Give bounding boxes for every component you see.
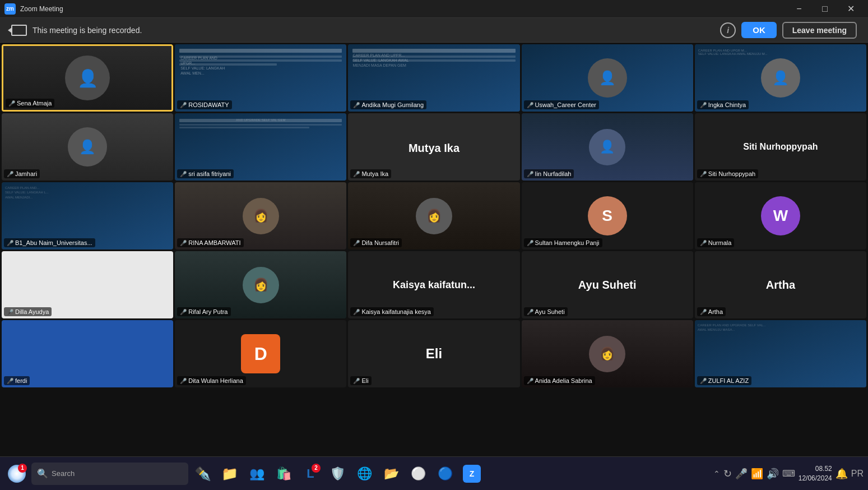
participant-cell-ingka[interactable]: 👤 CAREER PLAN AND UPGR M...SELF VALUE: L…: [695, 44, 866, 112]
participant-label-dilla: 🎤 Dilla Ayudya: [4, 307, 52, 316]
participant-cell-nurmala[interactable]: W 🎤 Nurmala: [695, 182, 866, 249]
start-button[interactable]: 1: [4, 461, 29, 486]
participant-cell-dita[interactable]: D 🎤 Dita Wulan Herliana: [175, 320, 346, 387]
participant-cell-mutya[interactable]: Mutya Ika 🎤 Mutya Ika: [348, 113, 519, 181]
mic-icon: 🎤: [353, 102, 360, 108]
participant-cell-sri[interactable]: AND UPGRADE SELF VAL GEM 🎤 sri asifa fit…: [175, 113, 346, 181]
participant-cell-jamhari[interactable]: 👤 🎤 Jamhari: [2, 113, 173, 181]
participant-cell-sena[interactable]: 👤 🎤 Sena Atmaja: [2, 44, 173, 112]
participant-label-rosidawaty: 🎤 ROSIDAWATY: [177, 100, 231, 109]
participant-cell-rifal[interactable]: 👩 🎤 Rifal Ary Putra: [175, 251, 346, 318]
participant-cell-difa[interactable]: 👩 🎤 Difa Nursafitri: [348, 182, 519, 249]
participant-label-uswah: 🎤 Uswah_Career Center: [524, 100, 599, 109]
search-bar[interactable]: 🔍 Search: [31, 463, 188, 485]
participant-cell-artha[interactable]: Artha 🎤 Artha: [695, 251, 866, 318]
participant-label-siti: 🎤 Siti Nurhoppypah: [697, 169, 758, 178]
mic-icon: 🎤: [527, 309, 533, 315]
system-tray: ⌃ ↻ 🎤 📶 🔊 ⌨ 08.52 12/06/2024 🔔 PR: [713, 464, 864, 483]
participant-cell-anida[interactable]: 👩 🎤 Anida Adelia Sabrina: [522, 320, 693, 387]
participant-cell-dilla[interactable]: 🎤 Dilla Ayudya: [2, 251, 173, 318]
title-controls: − □ ✕: [786, 0, 864, 18]
participant-cell-eli[interactable]: Eli 🎤 Eli: [348, 320, 519, 387]
participant-label-kaisya: 🎤 Kaisya kaifatunajia kesya: [350, 307, 434, 316]
system-clock[interactable]: 08.52 12/06/2024: [799, 464, 832, 483]
taskbar-app-folder[interactable]: 📂: [379, 461, 403, 486]
language-icon: PR: [851, 469, 864, 479]
zoom-logo-icon: zm: [4, 3, 16, 15]
mic-system-icon: 🎤: [735, 468, 748, 480]
participant-cell-ayu[interactable]: Ayu Suheti 🎤 Ayu Suheti: [522, 251, 693, 318]
notification-bell-icon[interactable]: 🔔: [835, 468, 848, 480]
mic-icon: 🎤: [180, 171, 187, 177]
mic-icon: 🎤: [353, 378, 360, 384]
zoom-taskbar-icon: Z: [463, 465, 481, 483]
participant-cell-sultan[interactable]: S 🎤 Sultan Hamengku Panji: [522, 182, 693, 249]
info-button[interactable]: i: [720, 22, 736, 38]
minimize-button[interactable]: −: [786, 0, 812, 18]
participant-cell-uswah[interactable]: 👤 🎤 Uswah_Career Center: [522, 44, 693, 112]
search-icon: 🔍: [37, 468, 48, 479]
recording-bar: This meeting is being recorded. i OK Lea…: [0, 18, 868, 43]
close-button[interactable]: ✕: [838, 0, 864, 18]
title-bar: zm Zoom Meeting − □ ✕: [0, 0, 868, 18]
participant-label-ingka: 🎤 Ingka Chintya: [697, 100, 749, 109]
participant-cell-siti[interactable]: Siti Nurhoppypah 🎤 Siti Nurhoppypah: [695, 113, 866, 181]
participant-label-sri: 🎤 sri asifa fitriyani: [177, 169, 234, 178]
search-input[interactable]: Search: [52, 469, 75, 478]
participant-cell-andika[interactable]: CAREER PLAN AND UPPR...SELF VALUE: LANGK…: [348, 44, 519, 112]
participant-cell-kaisya[interactable]: Kaisya kaifatun... 🎤 Kaisya kaifatunajia…: [348, 251, 519, 318]
taskbar-app-explorer[interactable]: 📁: [217, 461, 242, 486]
mic-icon: 🎤: [527, 378, 533, 384]
participant-cell-b1abu[interactable]: CAREER PLAN AND...SELF VALUE: LANGKAH L.…: [2, 182, 173, 249]
start-notification-badge: 1: [18, 464, 27, 473]
title-bar-left: zm Zoom Meeting: [4, 3, 63, 15]
participant-cell-zulfi[interactable]: CAREER PLAN AND UPGRADE SELF VAL...AWAL …: [695, 320, 866, 387]
recording-icon: [11, 25, 27, 36]
leave-meeting-button[interactable]: Leave meeting: [782, 22, 857, 39]
mic-icon: 🎤: [180, 378, 187, 384]
pen-app-icon: ✒️: [194, 466, 211, 482]
wifi-icon: 📶: [751, 468, 763, 480]
taskbar-app-chrome2[interactable]: 🔵: [433, 461, 457, 486]
mic-icon: 🎤: [180, 309, 187, 315]
taskbar: 1 🔍 Search ✒️ 📁 👥 🛍️ L 2 🛡️ 🌐 📂 ⚪ 🔵 Z: [0, 456, 868, 490]
folder-icon: 📂: [384, 466, 399, 481]
shield-icon: 🛡️: [330, 466, 345, 481]
video-grid: 👤 🎤 Sena Atmaja CAREER PLAN ANDUPGR...SE…: [0, 43, 868, 456]
participant-label-sena: 🎤 Sena Atmaja: [6, 99, 54, 108]
avatar-circle-dita: D: [241, 334, 280, 373]
participant-label-ferdi: 🎤 ferdi: [4, 376, 30, 385]
window-title: Zoom Meeting: [20, 5, 63, 13]
taskbar-app-pen[interactable]: ✒️: [191, 461, 215, 486]
participant-label-zulfi: 🎤 ZULFI AL AZIZ: [697, 376, 751, 385]
taskbar-app-zoom[interactable]: Z: [459, 461, 484, 486]
participant-cell-rosidawaty[interactable]: CAREER PLAN ANDUPGR...SELF VALUE: LANGKA…: [175, 44, 346, 112]
mic-icon: 🎤: [527, 171, 533, 177]
participant-label-eli: 🎤 Eli: [350, 376, 371, 385]
participant-label-nurmala: 🎤 Nurmala: [697, 238, 735, 247]
participant-label-rina: 🎤 RINA AMBARWATI: [177, 238, 243, 247]
taskbar-app-teams[interactable]: 👥: [244, 461, 269, 486]
refresh-icon: ↻: [723, 468, 732, 480]
participant-label-andika: 🎤 Andika Mugi Gumilang: [350, 100, 426, 109]
teams-icon: 👥: [249, 466, 264, 481]
ok-button[interactable]: OK: [741, 22, 777, 38]
taskbar-app-chrome[interactable]: ⚪: [406, 461, 430, 486]
maximize-button[interactable]: □: [812, 0, 838, 18]
participant-cell-ferdi[interactable]: 🎤 ferdi: [2, 320, 173, 387]
taskbar-app-malware[interactable]: 🛡️: [325, 461, 350, 486]
chevron-up-icon[interactable]: ⌃: [713, 469, 720, 478]
chrome2-icon: 🔵: [438, 466, 453, 481]
taskbar-app-store[interactable]: 🛍️: [271, 461, 296, 486]
participant-label-mutya: 🎤 Mutya Ika: [350, 169, 391, 178]
participant-label-b1abu: 🎤 B1_Abu Naim_Universitas...: [4, 238, 95, 247]
taskbar-app-l[interactable]: L 2: [298, 461, 323, 486]
edge-icon: 🌐: [357, 466, 372, 481]
participant-cell-iin[interactable]: 👤 🎤 Iin Nurfadilah: [522, 113, 693, 181]
mic-icon: 🎤: [353, 240, 360, 246]
mic-icon: 🎤: [700, 309, 707, 315]
participant-label-artha: 🎤 Artha: [697, 307, 726, 316]
mic-icon: 🎤: [7, 309, 13, 315]
participant-cell-rina[interactable]: 👩 🎤 RINA AMBARWATI: [175, 182, 346, 249]
taskbar-app-edge[interactable]: 🌐: [352, 461, 377, 486]
